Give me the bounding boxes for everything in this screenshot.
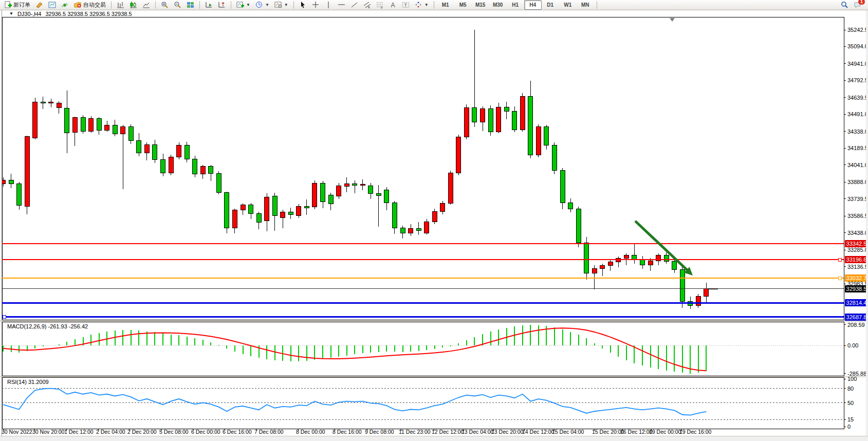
vertical-line-button[interactable]	[322, 0, 335, 10]
arrows-tool-button[interactable]: ▼	[412, 0, 431, 10]
rsi-tick-label: 15	[847, 416, 854, 422]
time-tick-label: 1 Dec 12:00	[64, 429, 94, 435]
timeframe-m5-button[interactable]: M5	[454, 0, 472, 10]
chat-button[interactable]: 1	[851, 0, 864, 10]
search-button[interactable]	[838, 0, 851, 10]
window-right-edge	[866, 10, 868, 441]
candle-body	[448, 173, 453, 203]
chart-symbol-caret-icon[interactable]: ▼	[9, 11, 13, 16]
line-drag-handle[interactable]	[838, 258, 841, 261]
timeframe-d1-button[interactable]: D1	[542, 0, 559, 10]
zoom-in-button[interactable]	[158, 0, 171, 10]
candle-body	[72, 118, 77, 133]
line-chart-button[interactable]	[140, 0, 153, 10]
text-label-button[interactable]: T	[399, 0, 412, 10]
candle-body	[312, 183, 317, 207]
auto-scroll-button[interactable]	[202, 0, 215, 10]
time-tick-label: 11 Dec 23:00	[399, 429, 431, 435]
auto-scroll-icon	[205, 1, 213, 9]
zoom-out-icon	[174, 1, 181, 9]
candle-body	[409, 228, 413, 233]
chat-icon: 1	[854, 1, 861, 9]
auto-trading-button[interactable]: 自动交易	[71, 0, 108, 10]
search-icon	[841, 1, 848, 9]
indicators-button[interactable]: ▼	[234, 0, 253, 10]
candle-body	[200, 167, 205, 174]
bar-chart-icon	[117, 1, 124, 9]
price-tick-label: 34491.0	[847, 111, 868, 117]
timeframe-m30-button[interactable]: M30	[489, 0, 507, 10]
crosshair-button[interactable]	[309, 0, 322, 10]
time-tick-label: 8 Dec 00:00	[296, 429, 325, 435]
candle-body	[400, 228, 405, 233]
candlestick-chart-button[interactable]	[127, 0, 140, 10]
bar-chart-button[interactable]	[114, 0, 127, 10]
candle-body	[41, 102, 45, 103]
line-drag-handle[interactable]	[838, 277, 841, 280]
toolbar-button-label: 新订单	[13, 1, 30, 9]
level-price-tag: 33032.7	[845, 274, 868, 282]
line-drag-handle[interactable]	[3, 316, 6, 319]
price-tick-label: 33739.5	[847, 196, 868, 202]
macd-panel[interactable]	[2, 322, 844, 376]
highlighter-button[interactable]	[33, 0, 46, 10]
price-axis[interactable]: 35242.535094.034941.034792.534639.534491…	[844, 27, 868, 287]
time-tick-label: 5 Dec 08:00	[159, 429, 189, 435]
toolbar-separator	[155, 1, 156, 9]
dropdown-caret-icon[interactable]: ▼	[265, 3, 269, 7]
time-tick-label: 14 Dec 12:00	[522, 429, 555, 435]
templates-button[interactable]: ▼	[272, 0, 291, 10]
candle-body	[17, 183, 22, 205]
price-tick-label: 34041.0	[847, 162, 868, 168]
toolbar: 新订单自动交易▼▼▼EFAT▼M1M5M15M30H1H4D1W1MN1	[0, 0, 868, 10]
timeframe-m15-button[interactable]: M15	[472, 0, 489, 10]
vertical-line-icon	[325, 1, 333, 9]
chart-canvas[interactable]: 35242.535094.034941.034792.534639.534491…	[0, 0, 868, 441]
dropdown-caret-icon[interactable]: ▼	[246, 3, 250, 7]
time-tick-label: 30 Nov 20:00	[32, 429, 65, 435]
candle	[312, 180, 317, 209]
time-tick-label: 15 Dec 04:00	[552, 429, 584, 435]
candle-body	[128, 126, 133, 140]
timeframe-m1-button[interactable]: M1	[437, 0, 454, 10]
new-order-button[interactable]: 新订单	[2, 0, 33, 10]
candle-body	[272, 196, 277, 215]
periods-button[interactable]: ▼	[253, 0, 272, 10]
chart-shift-button[interactable]	[215, 0, 228, 10]
candle-body	[440, 204, 445, 211]
zoom-out-button[interactable]	[171, 0, 184, 10]
horizontal-line-button[interactable]	[335, 0, 348, 10]
macd-tick-label: 208.59	[847, 322, 865, 328]
candle-body	[608, 262, 613, 265]
svg-text:E: E	[368, 6, 370, 9]
dropdown-caret-icon[interactable]: ▼	[424, 3, 429, 7]
price-tick-label: 34338.0	[847, 128, 868, 135]
zoom-in-icon	[161, 1, 169, 9]
timeframe-h1-button[interactable]: H1	[507, 0, 524, 10]
time-axis[interactable]: 30 Nov 202230 Nov 20:001 Dec 12:002 Dec …	[2, 429, 712, 435]
text-button[interactable]: A	[386, 0, 399, 10]
equidistant-channel-button[interactable]: E	[361, 0, 374, 10]
chart-window-titlebar[interactable]: ▼ DJ30-,H4 32936.5 32938.5 32936.5 32938…	[2, 10, 865, 17]
svg-text:F: F	[381, 6, 383, 9]
candle-body	[153, 144, 157, 159]
timeframe-w1-button[interactable]: W1	[559, 0, 577, 10]
timeframe-h4-button[interactable]: H4	[524, 0, 542, 10]
macd-tick-label: 0.00	[847, 342, 858, 348]
candle	[89, 116, 94, 133]
dropdown-caret-icon[interactable]: ▼	[284, 3, 288, 7]
tile-windows-button[interactable]	[184, 0, 197, 10]
trendline-button[interactable]	[348, 0, 361, 10]
fibonacci-button[interactable]: F	[374, 0, 386, 10]
timeframe-mn-button[interactable]: MN	[577, 0, 594, 10]
candle-body	[600, 265, 605, 268]
price-tag-label: 32938.5	[846, 286, 867, 292]
candle-body	[249, 205, 253, 214]
signal-button[interactable]	[59, 0, 71, 10]
charts-window-button[interactable]	[46, 0, 59, 10]
price-tick-label: 34639.5	[847, 95, 868, 101]
candle	[536, 124, 541, 157]
cursor-button[interactable]	[297, 0, 309, 10]
main-price-panel[interactable]	[2, 17, 844, 320]
candle	[456, 135, 461, 175]
